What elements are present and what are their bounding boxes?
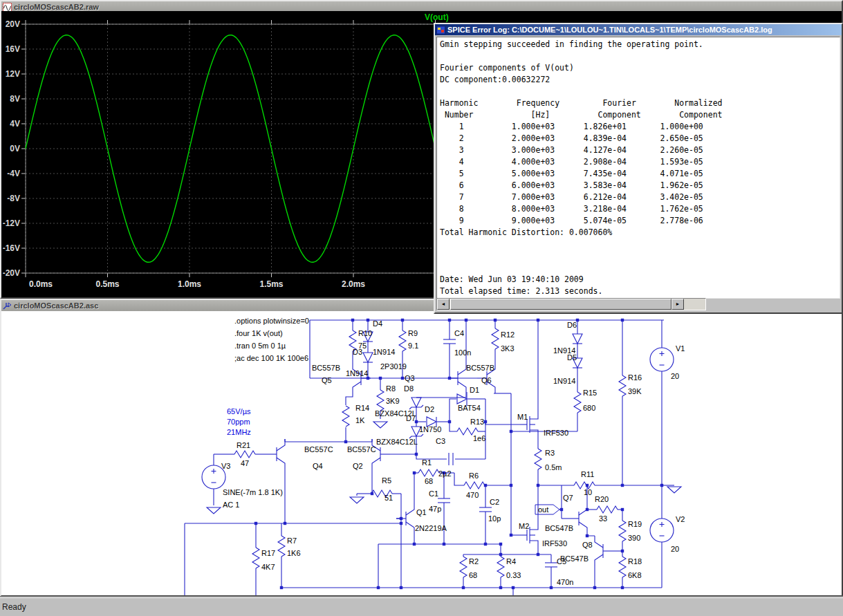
svg-text:IRF530: IRF530: [542, 539, 567, 548]
log-window-title: SPICE Error Log: C:\DOCUME~1\LOULOU~1.TI…: [447, 26, 772, 34]
svg-text:20V: 20V: [6, 19, 20, 29]
svg-text:SINE(-7m 1.8 1K): SINE(-7m 1.8 1K): [223, 488, 283, 496]
svg-text:390: 390: [628, 534, 640, 542]
svg-text:470n: 470n: [557, 578, 573, 586]
svg-text:2µ2: 2µ2: [438, 469, 452, 478]
spice-error-log-window: SPICE Error Log: C:\DOCUME~1\LOULOU~1.TI…: [434, 23, 843, 314]
svg-text:R2: R2: [469, 557, 479, 566]
svg-text:20: 20: [671, 545, 679, 553]
svg-text:470: 470: [466, 491, 479, 499]
svg-text:Q7: Q7: [563, 494, 573, 502]
status-bar: Ready: [0, 597, 843, 616]
log-titlebar[interactable]: SPICE Error Log: C:\DOCUME~1\LOULOU~1.TI…: [435, 24, 842, 35]
log-content-area[interactable]: Gmin stepping succeeded in finding the o…: [436, 37, 840, 299]
svg-text:47: 47: [241, 459, 249, 467]
svg-text:Q1: Q1: [416, 508, 427, 516]
svg-text:0.33: 0.33: [506, 571, 521, 579]
svg-text:2P3019: 2P3019: [380, 362, 407, 371]
schematic-window-icon[interactable]: [3, 301, 12, 310]
svg-text:D7: D7: [406, 414, 416, 422]
scroll-left-button[interactable]: ◄: [437, 299, 450, 310]
svg-text:Q8: Q8: [582, 541, 593, 549]
svg-text:10p: 10p: [488, 514, 501, 523]
svg-text:.options plotwinsize=0: .options plotwinsize=0: [234, 317, 309, 325]
svg-text:AC 1: AC 1: [223, 501, 239, 509]
svg-text:0.5m: 0.5m: [545, 463, 562, 472]
svg-text:10: 10: [584, 488, 592, 496]
svg-text:-12V: -12V: [3, 218, 20, 228]
svg-text:1N750: 1N750: [419, 425, 441, 433]
svg-text:M1: M1: [517, 413, 528, 421]
svg-text:1e6: 1e6: [473, 434, 485, 442]
waveform-window-icon[interactable]: [3, 3, 12, 12]
svg-text:4V: 4V: [10, 119, 20, 129]
svg-text:0.5ms: 0.5ms: [95, 279, 119, 289]
svg-text:R16: R16: [628, 373, 642, 382]
svg-text:1.5ms: 1.5ms: [259, 279, 283, 289]
log-window-icon[interactable]: [436, 26, 445, 35]
svg-text:47p: 47p: [429, 505, 441, 513]
svg-text:C5: C5: [557, 557, 566, 566]
svg-text:51: 51: [385, 494, 393, 502]
svg-text:.four 1K v(out): .four 1K v(out): [234, 329, 283, 337]
svg-text:0V: 0V: [10, 144, 20, 153]
svg-text:-16V: -16V: [3, 243, 20, 253]
schematic-canvas[interactable]: .options plotwinsize=0.four 1K v(out).tr…: [1, 311, 842, 595]
scroll-right-button[interactable]: ►: [671, 299, 684, 310]
svg-text:39K: 39K: [628, 387, 642, 395]
svg-text:D4: D4: [373, 319, 382, 328]
svg-text:680: 680: [583, 404, 595, 412]
svg-text:16V: 16V: [6, 44, 20, 54]
trace-label-vout: V(out): [425, 12, 449, 22]
svg-text:V3: V3: [221, 462, 230, 470]
svg-text:C1: C1: [429, 489, 438, 498]
svg-text:D1: D1: [470, 386, 479, 394]
log-horizontal-scrollbar[interactable]: ◄ ►: [436, 298, 706, 310]
svg-text:V2: V2: [676, 515, 685, 523]
waveform-window-title: circloMOScascAB2.raw: [14, 3, 99, 11]
svg-text:6K8: 6K8: [628, 571, 642, 579]
svg-text:D2: D2: [425, 405, 434, 413]
svg-text:R5: R5: [382, 476, 391, 485]
svg-text:R17: R17: [261, 549, 275, 557]
svg-text:R19: R19: [628, 520, 642, 528]
svg-text:R11: R11: [581, 470, 594, 478]
svg-text:BAT54: BAT54: [458, 404, 481, 412]
svg-text:.tran 0 5m 0 1µ: .tran 0 5m 0 1µ: [234, 342, 286, 350]
svg-text:1.0ms: 1.0ms: [178, 279, 201, 289]
svg-text:1K: 1K: [355, 416, 365, 424]
svg-text:BC547B: BC547B: [545, 524, 573, 532]
svg-text:BC557C: BC557C: [304, 445, 333, 454]
svg-text:2N2219A: 2N2219A: [415, 524, 447, 532]
svg-text:BC557C: BC557C: [347, 445, 376, 454]
svg-text:Q5: Q5: [322, 376, 332, 384]
svg-text:BC557B: BC557B: [466, 364, 494, 372]
schematic-window-title: circloMOScascAB2.asc: [14, 301, 98, 310]
svg-text:0.0ms: 0.0ms: [29, 279, 53, 289]
svg-text:R14: R14: [355, 404, 369, 412]
scroll-thumb[interactable]: [450, 299, 671, 310]
svg-text:12V: 12V: [6, 69, 20, 79]
svg-text:1N914: 1N914: [553, 377, 575, 385]
svg-text:Q3: Q3: [405, 374, 415, 382]
svg-text:R20: R20: [595, 495, 609, 503]
svg-text:R10: R10: [358, 329, 372, 337]
svg-text:D5: D5: [567, 353, 577, 362]
svg-text:IRF530: IRF530: [544, 429, 568, 437]
svg-text:68: 68: [425, 477, 433, 485]
svg-text:68: 68: [469, 571, 477, 579]
junction-dots: [254, 319, 663, 589]
svg-text:;ac dec 100 1K 100e6: ;ac dec 100 1K 100e6: [234, 354, 308, 362]
svg-text:R15: R15: [583, 389, 597, 397]
svg-text:R3: R3: [545, 449, 555, 457]
svg-text:C3: C3: [436, 437, 445, 445]
svg-text:R4: R4: [506, 557, 516, 566]
svg-text:R6: R6: [469, 472, 479, 480]
svg-text:33: 33: [599, 514, 607, 523]
svg-text:R8: R8: [386, 384, 396, 393]
svg-text:1K6: 1K6: [287, 549, 301, 557]
svg-text:1N914: 1N914: [373, 348, 395, 356]
svg-text:R7: R7: [287, 536, 297, 545]
svg-text:21MHz: 21MHz: [227, 428, 251, 436]
schematic-labels: .options plotwinsize=0.four 1K v(out).tr…: [221, 317, 685, 586]
